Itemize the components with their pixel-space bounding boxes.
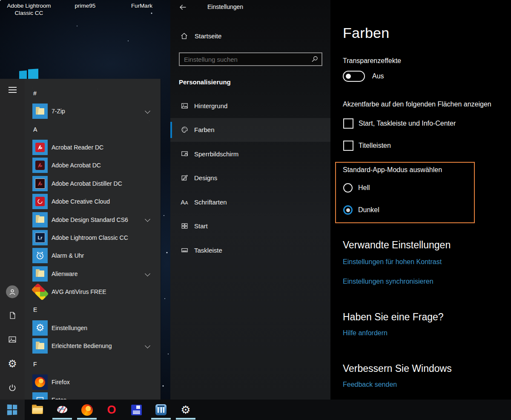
taskbar-opera-icon[interactable]: O [101,400,122,420]
start-menu-item-label: Adobe Design Standard CS6 [52,216,128,223]
start-menu-item-label: Adobe Lightroom Classic CC [52,234,128,241]
search-input[interactable] [180,53,322,65]
link-related-1[interactable]: Einstellungen synchronisieren [343,278,433,285]
start-menu-item[interactable]: ⚙Einstellungen [32,319,161,337]
hamburger-menu-icon[interactable] [0,81,25,98]
acrobat-dark-icon [32,158,48,173]
start-section-header[interactable]: F [32,355,161,373]
sidebar-item-label: Schriftarten [194,198,227,206]
user-account-icon[interactable] [0,283,25,300]
settings-gear-icon[interactable]: ⚙ [0,355,25,372]
checkbox-icon[interactable] [343,141,353,151]
radio-selected-icon[interactable] [343,205,353,215]
pictures-icon[interactable] [0,331,25,348]
link-question-0[interactable]: Hilfe anfordern [343,329,388,337]
sidebar-item-hintergrund[interactable]: Hintergrund [170,94,330,118]
accent-checkbox-row[interactable]: Start, Taskleiste und Info-Center [343,118,456,129]
photos-icon [32,392,48,400]
settings-search-box [179,52,322,66]
start-section-header[interactable]: # [32,84,161,102]
sidebar-item-farben[interactable]: Farben [170,118,330,142]
radio-unselected-icon[interactable] [343,183,353,193]
image-icon [180,102,189,110]
taskbar-file-explorer-icon[interactable] [27,400,48,420]
firefox-icon [32,374,48,390]
app-mode-radio-dunkel[interactable]: Dunkel [343,205,379,215]
start-menu-item[interactable]: Firefox [32,373,161,391]
settings-window: Einstellungen Startseite Personalisierun… [170,0,511,400]
start-menu-item-label: Adobe Creative Cloud [52,198,110,205]
start-menu-item[interactable]: Alarm & Uhr [32,247,161,265]
taskbar-icon [180,246,189,254]
sidebar-item-sperrbildschirm[interactable]: Sperrbildschirm [170,142,330,166]
start-menu-item[interactable]: Adobe Acrobat Distiller DC [32,175,161,193]
open-app-indicator [176,418,195,420]
link-related-0[interactable]: Einstellungen für hohen Kontrast [343,258,442,266]
start-menu-item-label: Firefox [52,379,70,385]
desktop-icon-label[interactable]: prime95 [64,2,106,9]
chevron-down-icon[interactable] [145,343,150,348]
start-section-header[interactable]: E [32,301,161,319]
taskbar-prime95-floppy-icon[interactable] [126,400,146,420]
desktop-icon-label[interactable]: FurMark [123,2,161,9]
sidebar-item-taskleiste[interactable]: Taskleiste [170,238,330,262]
desktop-icon-label[interactable]: Adobe Lightroom Classic CC [3,2,55,17]
acrobat-red-icon [32,140,48,155]
wallpaper-stars [0,0,1,1]
start-menu: ⚙ #7-ZipAAcrobat Reader DCAdobe Acrobat … [0,79,161,400]
start-menu-item[interactable]: Alienware [32,265,161,283]
taskbar-furmark-icon[interactable] [151,400,171,420]
start-menu-item[interactable]: Erleichterte Bedienung [32,337,161,355]
back-arrow-icon[interactable] [178,3,187,12]
settings-window-title: Einstellungen [207,3,243,10]
app-mode-label: Standard-App-Modus auswählen [343,166,442,174]
start-menu-item[interactable]: Fotos [32,391,161,400]
start-menu-item[interactable]: 7-Zip [32,102,161,120]
start-menu-item[interactable]: Adobe Creative Cloud [32,193,161,210]
fonts-icon: AA [180,198,189,206]
transparency-toggle[interactable] [343,71,365,82]
documents-icon[interactable] [0,307,25,324]
start-button[interactable] [0,400,25,420]
sidebar-item-home[interactable]: Startseite [170,26,330,45]
power-icon[interactable] [0,380,25,397]
taskbar-snipping-tool-icon[interactable]: ✂ [52,400,72,420]
sidebar-item-label: Designs [194,174,217,181]
start-menu-item[interactable]: LrAdobe Lightroom Classic CC [32,229,161,247]
distiller-icon [32,176,48,191]
app-mode-radio-hell[interactable]: Hell [343,183,370,193]
improve-heading: Verbessern Sie Windows [343,363,452,374]
chevron-down-icon[interactable] [145,216,150,222]
start-menu-rail: ⚙ [0,79,25,400]
related-settings-heading: Verwandte Einstellungen [343,239,451,251]
lightroom-icon: Lr [32,230,48,245]
sidebar-item-designs[interactable]: Designs [170,166,330,190]
start-menu-item-label: 7-Zip [52,108,65,115]
alarm-icon [32,248,48,263]
settings-nav-header: Einstellungen [170,0,330,14]
accent-surfaces-label: Akzentfarbe auf den folgenden Flächen an… [343,101,491,108]
start-section-header[interactable]: A [32,120,161,138]
taskbar-settings-icon[interactable]: ⚙ [175,400,196,420]
start-menu-item[interactable]: Adobe Design Standard CS6 [32,210,161,228]
chevron-down-icon[interactable] [145,271,150,276]
settings-content-pane: Farben Transparenzeffekte Aus Akzentfarb… [330,0,511,400]
transparency-label: Transparenzeffekte [343,57,401,65]
search-icon[interactable] [311,55,319,63]
checkbox-icon[interactable] [343,118,353,129]
start-menu-item[interactable]: AVG AntiVirus FREE [32,283,161,301]
sidebar-item-schriftarten[interactable]: AASchriftarten [170,190,330,214]
designs-icon [180,174,189,182]
start-menu-item-label: Adobe Acrobat DC [52,162,101,169]
sidebar-item-start[interactable]: Start [170,214,330,239]
chevron-down-icon[interactable] [145,108,150,114]
start-menu-item[interactable]: Adobe Acrobat DC [32,156,161,174]
start-menu-item[interactable]: Acrobat Reader DC [32,138,161,156]
lockscreen-icon [180,150,189,158]
folder-icon [32,212,48,227]
link-improve-0[interactable]: Feedback senden [343,381,397,388]
accent-checkbox-row[interactable]: Titelleisten [343,141,391,151]
taskbar-firefox-icon[interactable] [77,400,97,420]
start-menu-item-label: Alarm & Uhr [52,252,84,259]
checkbox-label: Titelleisten [359,142,391,150]
